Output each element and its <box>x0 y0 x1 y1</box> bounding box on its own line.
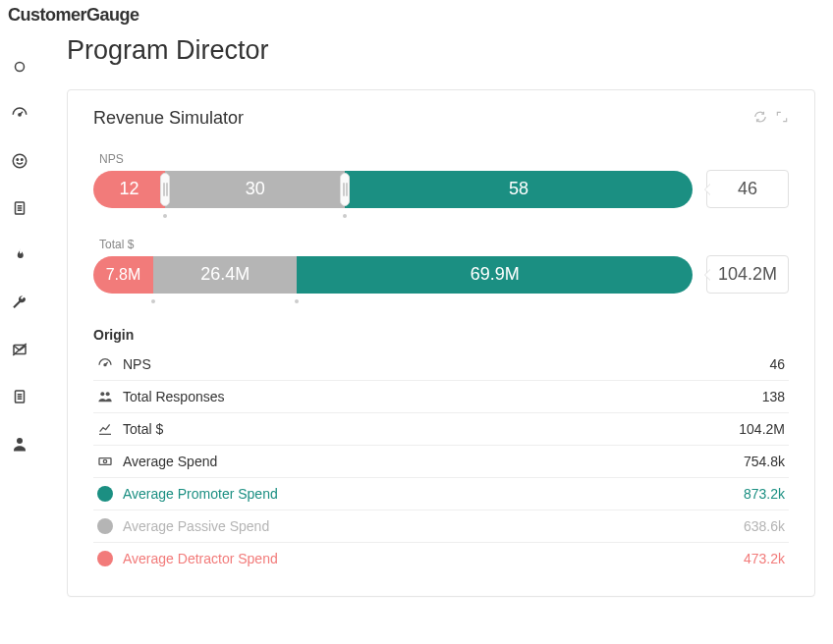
passive-swatch-icon <box>93 510 119 543</box>
wrench-icon[interactable] <box>8 291 31 314</box>
svg-point-5 <box>22 159 24 161</box>
svg-line-18 <box>105 362 108 365</box>
origin-value-cell: 473.2k <box>623 543 789 575</box>
table-row: Average Detractor Spend 473.2k <box>93 543 789 575</box>
origin-label-cell: Average Detractor Spend <box>119 543 623 575</box>
dashboard-icon[interactable] <box>8 102 31 126</box>
clipboard-icon-2[interactable] <box>8 385 31 408</box>
svg-point-22 <box>103 459 106 462</box>
users-icon <box>93 381 119 413</box>
money-icon <box>93 446 119 478</box>
nps-passive-segment: 30 <box>165 171 345 208</box>
brand-logo: CustomerGauge <box>8 5 139 26</box>
origin-label-cell: Average Spend <box>119 446 623 478</box>
revenue-simulator-card: Revenue Simulator NPS 12 30 58 <box>67 89 815 597</box>
expand-icon[interactable] <box>775 110 789 128</box>
table-row: NPS 46 <box>93 349 789 381</box>
sidebar <box>0 29 39 644</box>
svg-point-0 <box>16 63 25 72</box>
total-dollar-badge: 104.2M <box>706 255 789 294</box>
svg-point-19 <box>100 392 104 396</box>
table-row: Total $ 104.2M <box>93 413 789 446</box>
card-title: Revenue Simulator <box>93 108 244 129</box>
nps-total-badge: 46 <box>706 170 789 208</box>
svg-point-3 <box>13 154 27 168</box>
table-row: Total Responses 138 <box>93 381 789 413</box>
origin-value-cell: 104.2M <box>623 413 789 446</box>
page-title: Program Director <box>67 35 815 66</box>
origin-label-cell: NPS <box>119 349 623 381</box>
total-dollar-bar: 7.8M 26.4M 69.9M <box>93 256 693 294</box>
svg-rect-21 <box>99 458 111 465</box>
nps-promoter-segment: 58 <box>345 171 693 208</box>
total-detractor-segment: 7.8M <box>93 256 153 294</box>
table-row: Average Promoter Spend 873.2k <box>93 478 789 510</box>
total-label: Total $ <box>93 238 789 251</box>
table-row: Average Passive Spend 638.6k <box>93 510 789 543</box>
svg-line-2 <box>20 112 23 115</box>
clipboard-icon[interactable] <box>8 196 31 220</box>
total-passive-segment: 26.4M <box>153 256 297 294</box>
chart-line-icon <box>93 413 119 446</box>
svg-point-4 <box>17 159 19 161</box>
total-promoter-segment: 69.9M <box>297 256 693 294</box>
origin-label-cell: Total Responses <box>119 381 623 413</box>
origin-label-cell: Average Passive Spend <box>119 510 623 543</box>
detractor-swatch-icon <box>93 543 119 575</box>
origin-label-cell: Total $ <box>119 413 623 446</box>
refresh-icon[interactable] <box>753 110 767 128</box>
gauge-icon <box>93 349 119 381</box>
promoter-swatch-icon <box>93 478 119 510</box>
origin-value-cell: 754.8k <box>623 446 789 478</box>
origin-heading: Origin <box>93 327 789 343</box>
origin-value-cell: 138 <box>623 381 789 413</box>
table-row: Average Spend 754.8k <box>93 446 789 478</box>
svg-point-20 <box>106 392 110 396</box>
nps-label: NPS <box>93 152 789 166</box>
origin-table: NPS 46 Total Responses 138 Total $ 104.2… <box>93 349 789 574</box>
nps-slider[interactable]: 12 30 58 <box>93 171 693 208</box>
envelope-slash-icon[interactable] <box>8 338 31 361</box>
user-icon[interactable] <box>8 432 31 456</box>
origin-label-cell: Average Promoter Spend <box>119 478 623 510</box>
fire-icon[interactable] <box>8 243 31 267</box>
nps-handle-2[interactable] <box>340 173 350 206</box>
origin-value-cell: 873.2k <box>623 478 789 510</box>
circle-icon[interactable] <box>8 55 31 79</box>
nps-handle-1[interactable] <box>160 173 170 206</box>
nps-detractor-segment: 12 <box>93 171 165 208</box>
origin-value-cell: 638.6k <box>623 510 789 543</box>
svg-point-16 <box>17 438 23 444</box>
smile-icon[interactable] <box>8 149 31 173</box>
origin-value-cell: 46 <box>623 349 789 381</box>
